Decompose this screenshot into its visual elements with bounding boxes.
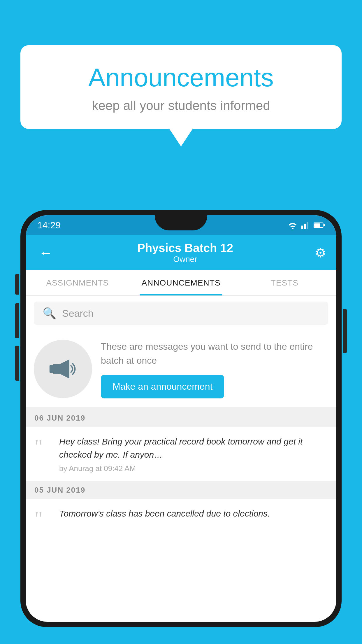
promo-content: These are messages you want to send to t…: [101, 340, 328, 398]
date-separator-2: 05 JUN 2019: [26, 482, 336, 499]
svg-rect-4: [314, 223, 320, 227]
signal-icon: [301, 221, 310, 229]
tab-tests[interactable]: TESTS: [233, 270, 336, 295]
phone-button-volume-up: [15, 303, 19, 338]
tab-assignments[interactable]: ASSIGNMENTS: [26, 270, 129, 295]
make-announcement-button[interactable]: Make an announcement: [101, 375, 224, 398]
phone-button-volume-down: [15, 346, 19, 381]
promo-description: These are messages you want to send to t…: [101, 340, 328, 368]
search-placeholder: Search: [62, 308, 94, 319]
search-bar[interactable]: 🔍 Search: [34, 302, 328, 325]
app-top-bar: ← Physics Batch 12 Owner ⚙: [26, 235, 336, 270]
speech-bubble-arrow: [169, 129, 193, 146]
svg-rect-1: [304, 224, 306, 229]
quote-icon-1: ": [34, 436, 52, 457]
batch-title: Physics Batch 12: [56, 242, 315, 255]
announcement-item-1[interactable]: " Hey class! Bring your practical record…: [26, 427, 336, 482]
announcement-item-2[interactable]: " Tomorrow's class has been cancelled du…: [26, 499, 336, 537]
svg-rect-0: [301, 226, 303, 229]
date-separator-1: 06 JUN 2019: [26, 410, 336, 427]
svg-rect-2: [307, 222, 308, 229]
phone-screen: 14:29: [26, 215, 336, 622]
settings-icon[interactable]: ⚙: [315, 245, 326, 260]
search-container: 🔍 Search: [26, 296, 336, 331]
promo-section: These are messages you want to send to t…: [26, 331, 336, 410]
svg-rect-5: [324, 224, 325, 226]
svg-marker-6: [53, 359, 69, 379]
battery-icon: [314, 222, 325, 229]
phone-button-power: [343, 309, 347, 353]
speech-bubble-card: Announcements keep all your students inf…: [20, 45, 342, 129]
megaphone-icon: [47, 353, 79, 385]
phone-mockup: 14:29: [20, 210, 342, 644]
announcement-text-1: Hey class! Bring your practical record b…: [59, 435, 328, 461]
quote-icon-2: ": [34, 508, 52, 529]
status-time: 14:29: [37, 220, 61, 231]
status-icons: [287, 221, 325, 229]
svg-rect-7: [50, 365, 54, 373]
phone-button-mute: [15, 274, 19, 295]
tab-announcements[interactable]: ANNOUNCEMENTS: [129, 270, 233, 295]
wifi-icon: [287, 221, 298, 229]
back-button[interactable]: ←: [36, 242, 56, 264]
announcement-content-1: Hey class! Bring your practical record b…: [59, 435, 328, 473]
batch-subtitle: Owner: [56, 255, 315, 264]
tabs-container: ASSIGNMENTS ANNOUNCEMENTS TESTS: [26, 270, 336, 296]
speech-bubble-title: Announcements: [38, 63, 324, 92]
phone-notch: [155, 215, 207, 230]
announcement-text-2: Tomorrow's class has been cancelled due …: [59, 507, 328, 520]
announcement-content-2: Tomorrow's class has been cancelled due …: [59, 507, 328, 523]
phone-outer: 14:29: [20, 210, 342, 627]
speech-bubble-subtitle: keep all your students informed: [38, 98, 324, 113]
top-bar-title-section: Physics Batch 12 Owner: [56, 242, 315, 264]
promo-icon-circle: [34, 340, 92, 398]
search-icon: 🔍: [43, 307, 56, 320]
speech-bubble-section: Announcements keep all your students inf…: [20, 45, 342, 146]
announcement-meta-1: by Anurag at 09:42 AM: [59, 464, 328, 473]
